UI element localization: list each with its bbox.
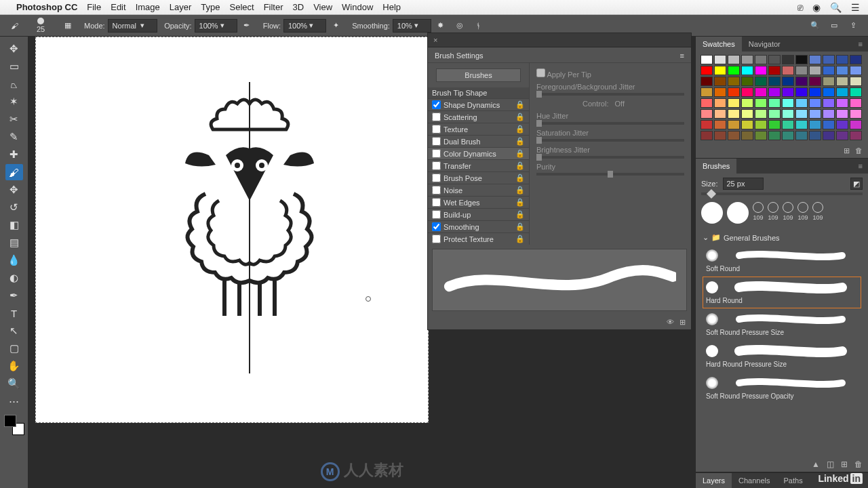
- smoothing-gear-icon[interactable]: ✸: [433, 18, 448, 33]
- lock-icon[interactable]: 🔒: [515, 137, 525, 146]
- hue-jitter-slider[interactable]: [536, 122, 684, 125]
- lock-icon[interactable]: 🔒: [515, 198, 525, 207]
- swatch[interactable]: [701, 87, 713, 97]
- path-select-tool-icon[interactable]: ↖: [5, 323, 23, 339]
- tab-brushes[interactable]: Brushes: [696, 159, 736, 174]
- swatch[interactable]: [782, 98, 794, 108]
- bs-item-scattering[interactable]: Scattering🔒: [428, 110, 529, 123]
- swatch[interactable]: [741, 109, 753, 119]
- swatch[interactable]: [809, 77, 821, 86]
- bs-item-shape-dynamics[interactable]: Shape Dynamics🔒: [428, 98, 529, 110]
- brush-item-hard-round[interactable]: Hard Round: [703, 277, 861, 308]
- lock-icon[interactable]: 🔒: [515, 149, 525, 158]
- brush-panel-toggle-icon[interactable]: ▦: [60, 18, 75, 33]
- swatch[interactable]: [701, 98, 713, 108]
- swatch[interactable]: [714, 120, 726, 129]
- new-brush-icon[interactable]: ⊞: [841, 460, 848, 469]
- swatch[interactable]: [755, 109, 767, 119]
- swatch[interactable]: [728, 131, 740, 140]
- lock-icon[interactable]: 🔒: [515, 113, 525, 121]
- swatch[interactable]: [714, 66, 726, 75]
- swatch[interactable]: [768, 55, 781, 64]
- swatch[interactable]: [809, 109, 821, 119]
- history-brush-tool-icon[interactable]: ↺: [5, 199, 23, 216]
- collapse-icon[interactable]: ▲: [812, 460, 820, 469]
- swatch[interactable]: [741, 55, 753, 64]
- size-slider[interactable]: [701, 192, 863, 195]
- pressure-size-icon[interactable]: ◎: [452, 18, 467, 33]
- menu-layer[interactable]: Layer: [170, 2, 192, 12]
- swatch[interactable]: [809, 87, 821, 97]
- crop-tool-icon[interactable]: ✂: [5, 111, 23, 127]
- brush-preset[interactable]: [701, 202, 723, 225]
- lasso-tool-icon[interactable]: ⏢: [5, 76, 23, 92]
- brush-item-soft-round[interactable]: Soft Round: [703, 245, 861, 277]
- swatch[interactable]: [714, 55, 726, 64]
- swatch[interactable]: [809, 98, 821, 108]
- swatch[interactable]: [782, 55, 794, 64]
- search-icon[interactable]: 🔍: [808, 18, 823, 33]
- pen-tool-icon[interactable]: ✒: [5, 287, 23, 304]
- tab-channels[interactable]: Channels: [732, 473, 776, 488]
- swatch[interactable]: [823, 77, 835, 86]
- swatch[interactable]: [755, 55, 767, 64]
- brush-tool-icon[interactable]: 🖌: [5, 164, 23, 180]
- bs-item-brush-tip-shape[interactable]: Brush Tip Shape: [428, 87, 529, 98]
- canvas[interactable]: [35, 37, 429, 423]
- smoothing-input[interactable]: 10% ▾: [393, 19, 431, 33]
- hand-tool-icon[interactable]: ✋: [5, 358, 23, 374]
- tab-swatches[interactable]: Swatches: [696, 37, 742, 52]
- bs-item-smoothing[interactable]: Smoothing🔒: [428, 220, 529, 232]
- swatch[interactable]: [795, 98, 808, 108]
- blur-tool-icon[interactable]: 💧: [5, 252, 23, 268]
- menu-select[interactable]: Select: [229, 2, 254, 12]
- swatch[interactable]: [795, 120, 808, 129]
- swatch[interactable]: [701, 131, 713, 140]
- swatch[interactable]: [823, 66, 835, 75]
- search-icon[interactable]: 🔍: [830, 2, 842, 13]
- swatch[interactable]: [701, 109, 713, 119]
- bs-item-noise[interactable]: Noise🔒: [428, 184, 529, 196]
- swatch[interactable]: [795, 109, 808, 119]
- menu-image[interactable]: Image: [136, 2, 160, 12]
- menu-type[interactable]: Type: [201, 2, 220, 12]
- swatch[interactable]: [823, 120, 835, 129]
- swatch[interactable]: [795, 66, 808, 75]
- swatch[interactable]: [714, 109, 726, 119]
- swatch[interactable]: [768, 66, 781, 75]
- swatch[interactable]: [768, 87, 781, 97]
- brush-item-hard-round-pressure-size[interactable]: Hard Round Pressure Size: [703, 340, 861, 372]
- swatch[interactable]: [755, 120, 767, 129]
- swatch[interactable]: [728, 87, 740, 97]
- bs-item-protect-texture[interactable]: Protect Texture🔒: [428, 232, 529, 245]
- swatch[interactable]: [728, 109, 740, 119]
- new-swatch-icon[interactable]: ⊞: [844, 146, 850, 155]
- lock-icon[interactable]: 🔒: [515, 186, 525, 195]
- swatch[interactable]: [836, 55, 848, 64]
- swatch[interactable]: [836, 109, 848, 119]
- lock-icon[interactable]: 🔒: [515, 100, 525, 109]
- toggle-preview-icon[interactable]: 👁: [667, 318, 674, 327]
- swatch[interactable]: [728, 98, 740, 108]
- healing-tool-icon[interactable]: ✚: [5, 146, 23, 163]
- swatch[interactable]: [850, 55, 862, 64]
- move-tool-icon[interactable]: ✥: [5, 41, 23, 57]
- brush-item-soft-round-pressure-opacity[interactable]: Soft Round Pressure Opacity: [703, 372, 861, 404]
- tab-navigator[interactable]: Navigator: [742, 37, 787, 52]
- swatch[interactable]: [823, 87, 835, 97]
- lock-icon[interactable]: 🔒: [515, 174, 525, 182]
- brush-preset[interactable]: 109: [768, 202, 778, 225]
- swatch[interactable]: [714, 131, 726, 140]
- bs-item-build-up[interactable]: Build-up🔒: [428, 208, 529, 220]
- swatch[interactable]: [714, 87, 726, 97]
- swatch[interactable]: [728, 55, 740, 64]
- swatch[interactable]: [701, 55, 713, 64]
- swatch[interactable]: [768, 120, 781, 129]
- mode-select[interactable]: Normal ▾: [108, 19, 158, 33]
- swatch[interactable]: [768, 131, 781, 140]
- swatch[interactable]: [741, 77, 753, 86]
- type-tool-icon[interactable]: T: [5, 305, 23, 321]
- swatch[interactable]: [768, 98, 781, 108]
- swatch[interactable]: [782, 131, 794, 140]
- marquee-tool-icon[interactable]: ▭: [5, 58, 23, 75]
